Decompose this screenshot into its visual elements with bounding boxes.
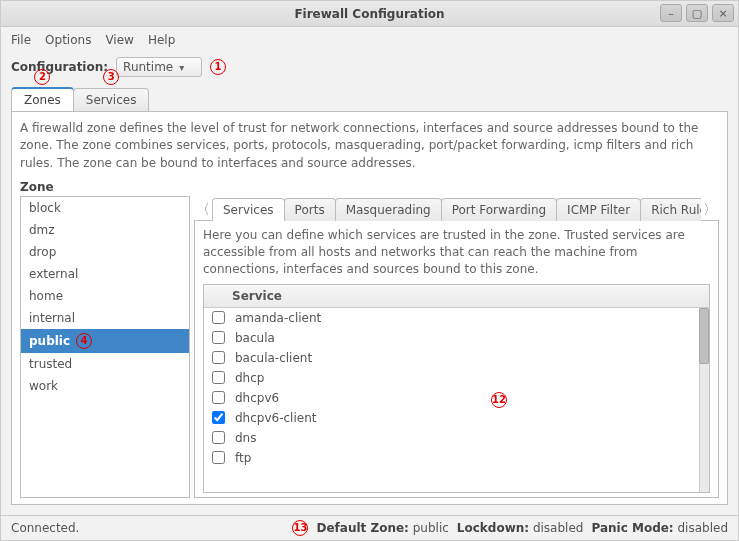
menu-help[interactable]: Help xyxy=(148,33,175,47)
zone-column-title: Zone xyxy=(20,180,190,194)
service-row[interactable]: bacula-client xyxy=(204,348,709,368)
status-pm-label: Panic Mode: xyxy=(591,521,673,535)
zone-item-block[interactable]: block xyxy=(21,197,189,219)
service-checkbox[interactable] xyxy=(212,351,225,364)
menubar: File Options View Help xyxy=(1,27,738,51)
window-title: Firewall Configuration xyxy=(294,7,444,21)
service-row[interactable]: bacula xyxy=(204,328,709,348)
tab-zones[interactable]: Zones 2 xyxy=(11,87,74,111)
status-connected: Connected. xyxy=(11,521,79,535)
service-name: bacula xyxy=(235,331,275,345)
service-row[interactable]: amanda-client xyxy=(204,308,709,328)
chevron-down-icon: ▾ xyxy=(179,62,184,73)
service-name: dhcp xyxy=(235,371,264,385)
annotation-3: 3 xyxy=(103,69,119,85)
status-ld-value: disabled xyxy=(533,521,584,535)
menu-view[interactable]: View xyxy=(105,33,133,47)
zone-item-label: home xyxy=(29,289,63,303)
scrollbar-track[interactable] xyxy=(699,308,709,492)
service-name: dhcpv6 xyxy=(235,391,279,405)
service-checkbox[interactable] xyxy=(212,331,225,344)
inner-tabs: Services5Ports6Masquerading7Port Forward… xyxy=(212,198,701,221)
inner-tab-ports[interactable]: Ports6 xyxy=(284,198,336,221)
zone-description: A firewalld zone defines the level of tr… xyxy=(20,118,719,180)
service-checkbox[interactable] xyxy=(212,391,225,404)
configuration-label: Configuration: xyxy=(11,60,108,74)
zone-item-external[interactable]: external xyxy=(21,263,189,285)
window-buttons: – ▢ × xyxy=(660,4,734,22)
configuration-value: Runtime xyxy=(123,60,173,74)
zone-list[interactable]: blockdmzdropexternalhomeinternalpublic4t… xyxy=(20,196,190,498)
services-body[interactable]: amanda-clientbaculabacula-clientdhcpdhcp… xyxy=(204,308,709,492)
inner-tab-label: Services xyxy=(223,203,274,217)
inner-tab-rich-rules[interactable]: Rich Rules10 xyxy=(640,198,701,221)
status-ld-label: Lockdown: xyxy=(457,521,529,535)
inner-tab-label: Masquerading xyxy=(346,203,431,217)
tab-services[interactable]: Services 3 xyxy=(73,88,150,111)
service-name: dhcpv6-client xyxy=(235,411,316,425)
services-header: Service xyxy=(204,285,709,308)
minimize-button[interactable]: – xyxy=(660,4,682,22)
zone-item-trusted[interactable]: trusted xyxy=(21,353,189,375)
zone-item-label: drop xyxy=(29,245,56,259)
service-name: bacula-client xyxy=(235,351,312,365)
maximize-button[interactable]: ▢ xyxy=(686,4,708,22)
inner-tab-masquerading[interactable]: Masquerading7 xyxy=(335,198,442,221)
menu-file[interactable]: File xyxy=(11,33,31,47)
service-checkbox[interactable] xyxy=(212,371,225,384)
zone-item-label: work xyxy=(29,379,58,393)
service-row[interactable]: dhcp xyxy=(204,368,709,388)
status-dz-label: Default Zone: xyxy=(316,521,408,535)
annotation-1: 1 xyxy=(210,59,226,75)
inner-tab-services[interactable]: Services5 xyxy=(212,198,285,221)
annotation-4: 4 xyxy=(76,333,92,349)
services-description: Here you can define which services are t… xyxy=(195,221,718,283)
zone-item-home[interactable]: home xyxy=(21,285,189,307)
zone-item-label: dmz xyxy=(29,223,55,237)
status-default-zone: Default Zone: public xyxy=(316,521,448,535)
service-name: amanda-client xyxy=(235,311,321,325)
zone-column: Zone blockdmzdropexternalhomeinternalpub… xyxy=(20,180,190,498)
zone-item-label: internal xyxy=(29,311,75,325)
inner-tab-port-forwarding[interactable]: Port Forwarding8 xyxy=(441,198,557,221)
outer-tabs: Zones 2 Services 3 xyxy=(1,87,738,111)
window-root: Firewall Configuration – ▢ × File Option… xyxy=(0,0,739,541)
inner-tab-label: Port Forwarding xyxy=(452,203,546,217)
service-checkbox[interactable] xyxy=(212,431,225,444)
tab-services-label: Services xyxy=(86,93,137,107)
zone-item-dmz[interactable]: dmz xyxy=(21,219,189,241)
service-row[interactable]: dhcpv6-client xyxy=(204,408,709,428)
inner-tab-icmp-filter[interactable]: ICMP Filter9 xyxy=(556,198,641,221)
status-panic-mode: Panic Mode: disabled xyxy=(591,521,728,535)
zone-item-internal[interactable]: internal xyxy=(21,307,189,329)
inner-tab-row: 〈 Services5Ports6Masquerading7Port Forwa… xyxy=(194,180,719,221)
services-table: Service amanda-clientbaculabacula-client… xyxy=(203,284,710,493)
zone-item-label: block xyxy=(29,201,61,215)
zone-item-label: trusted xyxy=(29,357,72,371)
services-panel: Here you can define which services are t… xyxy=(194,220,719,498)
service-checkbox[interactable] xyxy=(212,311,225,324)
service-checkbox[interactable] xyxy=(212,411,225,424)
service-name: dns xyxy=(235,431,256,445)
zone-item-drop[interactable]: drop xyxy=(21,241,189,263)
service-row[interactable]: ftp xyxy=(204,448,709,468)
close-button[interactable]: × xyxy=(712,4,734,22)
service-row[interactable]: dns xyxy=(204,428,709,448)
service-checkbox[interactable] xyxy=(212,451,225,464)
scrollbar-thumb[interactable] xyxy=(699,308,709,364)
annotation-2: 2 xyxy=(34,69,50,85)
titlebar: Firewall Configuration – ▢ × xyxy=(1,1,738,27)
inner-tab-label: ICMP Filter xyxy=(567,203,630,217)
zones-panel: A firewalld zone defines the level of tr… xyxy=(11,111,728,505)
zone-item-work[interactable]: work xyxy=(21,375,189,397)
zone-detail-column: 〈 Services5Ports6Masquerading7Port Forwa… xyxy=(194,180,719,498)
tab-scroll-left[interactable]: 〈 xyxy=(194,199,212,221)
configuration-combo[interactable]: Runtime ▾ xyxy=(116,57,202,77)
service-row[interactable]: dhcpv6 xyxy=(204,388,709,408)
tab-scroll-right[interactable]: 〉 xyxy=(701,199,719,221)
inner-tab-label: Ports xyxy=(295,203,325,217)
annotation-13: 13 xyxy=(292,520,308,536)
zone-item-label: public xyxy=(29,334,70,348)
zone-item-public[interactable]: public4 xyxy=(21,329,189,353)
menu-options[interactable]: Options xyxy=(45,33,91,47)
